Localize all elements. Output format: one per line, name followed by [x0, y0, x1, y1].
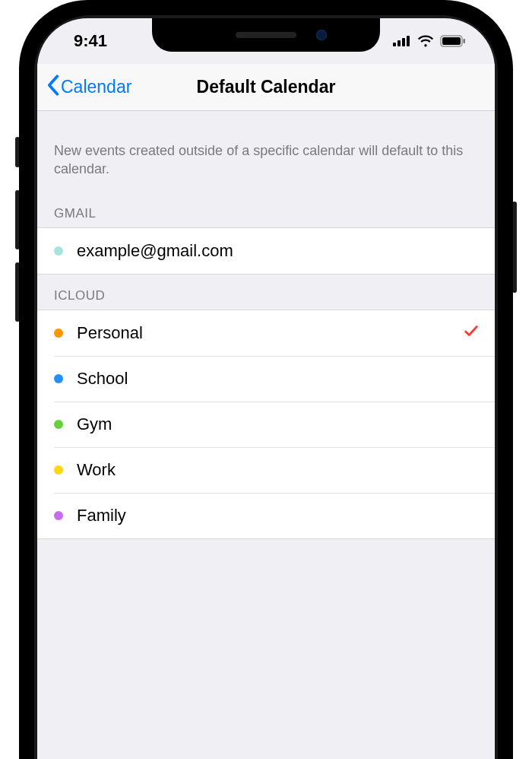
calendar-row-icloud-2[interactable]: Gym	[37, 402, 495, 447]
list-gmail: example@gmail.com	[37, 227, 495, 275]
screen: 9:41	[37, 18, 495, 759]
section-description: New events created outside of a specific…	[37, 111, 495, 192]
calendar-row-icloud-4[interactable]: Family	[37, 493, 495, 538]
calendar-row-icloud-1[interactable]: School	[37, 356, 495, 402]
calendar-color-dot	[54, 329, 63, 338]
calendar-row-label: Family	[77, 506, 480, 526]
battery-icon	[440, 35, 466, 47]
device-frame: 9:41	[19, 0, 513, 759]
svg-rect-0	[393, 43, 396, 46]
calendar-color-dot	[54, 465, 63, 475]
calendar-row-label: Gym	[77, 414, 480, 434]
list-icloud: Personal School Gym	[37, 310, 495, 539]
device-front-camera	[316, 30, 327, 40]
calendar-row-label: School	[77, 369, 480, 389]
calendar-row-label: example@gmail.com	[77, 241, 480, 261]
calendar-color-dot	[54, 374, 63, 383]
section-header-gmail: GMAIL	[37, 192, 495, 227]
calendar-color-dot	[54, 246, 63, 256]
calendar-row-icloud-0[interactable]: Personal	[37, 310, 495, 356]
device-speaker	[236, 32, 296, 38]
content-scroll[interactable]: New events created outside of a specific…	[37, 111, 495, 759]
cellular-signal-icon	[393, 36, 411, 46]
calendar-color-dot	[54, 511, 63, 520]
status-time: 9:41	[74, 31, 107, 51]
back-button-label: Calendar	[61, 77, 131, 97]
calendar-color-dot	[54, 420, 63, 429]
navigation-bar: Calendar Default Calendar	[37, 64, 495, 111]
svg-rect-5	[442, 37, 461, 45]
svg-rect-2	[402, 38, 405, 46]
svg-rect-3	[407, 36, 410, 46]
calendar-row-gmail-0[interactable]: example@gmail.com	[37, 228, 495, 274]
calendar-row-icloud-3[interactable]: Work	[37, 447, 495, 493]
page-title: Default Calendar	[197, 77, 336, 97]
calendar-row-label: Work	[77, 460, 480, 480]
calendar-row-label: Personal	[77, 323, 463, 343]
wifi-icon	[417, 35, 434, 47]
device-notch	[152, 18, 380, 52]
back-button[interactable]: Calendar	[46, 64, 131, 110]
chevron-left-icon	[46, 75, 61, 100]
checkmark-icon	[463, 322, 480, 344]
svg-rect-1	[397, 40, 401, 46]
section-header-icloud: ICLOUD	[37, 275, 495, 310]
svg-rect-6	[464, 39, 466, 43]
